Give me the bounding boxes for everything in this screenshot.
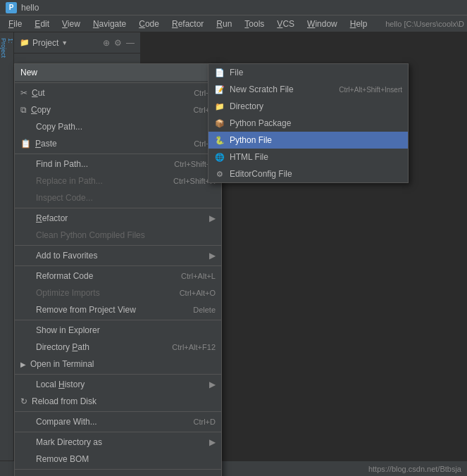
side-project-icon[interactable]: 1: Project xyxy=(1,42,13,54)
editorconfig-icon: ⚙ xyxy=(214,168,225,180)
project-header-icons: ⊕ ⚙ — xyxy=(103,38,135,48)
menu-tools[interactable]: Tools xyxy=(239,18,270,30)
project-icon-minimize[interactable]: — xyxy=(126,38,135,48)
ctx-refactor-label: Refactor xyxy=(36,213,206,223)
ctx-inspect-label: Inspect Code... xyxy=(36,193,216,203)
sub-html-file[interactable]: 🌐 HTML File xyxy=(208,149,408,165)
sub-directory[interactable]: 📁 Directory xyxy=(208,98,408,115)
ctx-reload[interactable]: ↻ Reload from Disk xyxy=(15,393,221,410)
ctx-compare[interactable]: Compare With... Ctrl+D xyxy=(15,413,221,430)
copy-icon: ⧉ xyxy=(20,105,27,115)
ctx-explorer[interactable]: Show in Explorer xyxy=(15,322,221,339)
ctx-clean-label: Clean Python Compiled Files xyxy=(36,230,216,240)
sub-scratch[interactable]: 📝 New Scratch File Ctrl+Alt+Shift+Insert xyxy=(208,81,408,98)
menu-vcs[interactable]: VCS xyxy=(271,18,300,30)
ctx-replace-path[interactable]: Replace in Path... Ctrl+Shift+R xyxy=(15,173,221,189)
ctx-replace-path-label: Replace in Path... xyxy=(36,176,173,186)
sub-scratch-label: New Scratch File xyxy=(230,84,339,94)
ctx-optimize[interactable]: Optimize Imports Ctrl+Alt+O xyxy=(15,284,221,301)
ctx-sep-1 xyxy=(15,82,221,83)
ctx-new-label: New xyxy=(20,68,206,77)
ctx-reformat-shortcut: Ctrl+Alt+L xyxy=(181,272,216,280)
sub-scratch-shortcut: Ctrl+Alt+Shift+Insert xyxy=(339,86,402,94)
ctx-remove-view-shortcut: Delete xyxy=(193,306,216,314)
ctx-dir-path-label: Directory Path xyxy=(36,342,172,352)
ctx-find-path-label: Find in Path... xyxy=(36,159,174,169)
ctx-find-path[interactable]: Find in Path... Ctrl+Shift+F xyxy=(15,156,221,173)
menu-code[interactable]: Code xyxy=(133,18,165,30)
sub-file-label: File xyxy=(230,68,402,77)
ctx-new[interactable]: New ▶ xyxy=(15,64,221,81)
title-text: hello xyxy=(21,3,39,13)
ctx-favorites-arrow: ▶ xyxy=(209,251,216,261)
ctx-inspect[interactable]: Inspect Code... xyxy=(15,189,221,206)
ctx-sep-9 xyxy=(15,432,221,432)
ctx-local-history-label: Local History xyxy=(36,380,206,389)
ctx-reformat[interactable]: Reformat Code Ctrl+Alt+L xyxy=(15,268,221,284)
context-menu: New ▶ ✂ Cut Ctrl+X ⧉ Copy Ctrl+C Copy Pa… xyxy=(14,63,222,476)
ctx-copy-path-label: Copy Path... xyxy=(36,122,216,132)
ctx-dir-path-shortcut: Ctrl+Alt+F12 xyxy=(172,343,216,351)
menu-refactor[interactable]: Refactor xyxy=(166,18,209,30)
side-panel: 1: Project xyxy=(0,32,14,476)
ctx-terminal-label: Open in Terminal xyxy=(30,359,216,369)
project-icon-globe[interactable]: ⊕ xyxy=(103,38,110,48)
ctx-paste[interactable]: 📋 Paste Ctrl+V xyxy=(15,135,221,152)
ctx-create-gist[interactable]: ⚙ Create Gist... xyxy=(15,471,221,476)
menu-edit[interactable]: Edit xyxy=(29,18,55,30)
ctx-cut[interactable]: ✂ Cut Ctrl+X xyxy=(15,84,221,101)
ctx-reload-label: Reload from Disk xyxy=(32,396,216,406)
ctx-copy-path[interactable]: Copy Path... xyxy=(15,118,221,135)
ctx-sep-2 xyxy=(15,154,221,154)
ctx-remove-bom-label: Remove BOM xyxy=(36,454,216,464)
ctx-explorer-label: Show in Explorer xyxy=(36,325,216,335)
menu-view[interactable]: View xyxy=(56,18,86,30)
python-package-icon: 📦 xyxy=(214,118,225,129)
ctx-compare-label: Compare With... xyxy=(36,417,194,427)
ctx-terminal[interactable]: ▶ Open in Terminal xyxy=(15,356,221,372)
ctx-remove-view[interactable]: Remove from Project View Delete xyxy=(15,301,221,318)
status-url: https://blog.csdn.net/Btbsja xyxy=(368,465,461,473)
ctx-clean[interactable]: Clean Python Compiled Files xyxy=(15,227,221,244)
ctx-compare-shortcut: Ctrl+D xyxy=(194,418,216,426)
sub-editorconfig-label: EditorConfig File xyxy=(230,169,402,179)
menu-window[interactable]: Window xyxy=(301,18,343,30)
ctx-optimize-shortcut: Ctrl+Alt+O xyxy=(180,289,216,297)
menu-file[interactable]: File xyxy=(3,18,27,30)
title-bar: P hello xyxy=(0,0,467,15)
sub-html-file-label: HTML File xyxy=(230,152,402,162)
html-file-icon: 🌐 xyxy=(214,151,225,163)
ctx-mark-dir[interactable]: Mark Directory as ▶ xyxy=(15,434,221,451)
ctx-paste-label: Paste xyxy=(35,139,194,149)
sub-python-package[interactable]: 📦 Python Package xyxy=(208,115,408,132)
paste-icon: 📋 xyxy=(20,139,31,149)
ctx-sep-3 xyxy=(15,208,221,208)
project-label: Project xyxy=(32,38,58,48)
ctx-dir-path[interactable]: Directory Path Ctrl+Alt+F12 xyxy=(15,339,221,356)
ctx-favorites[interactable]: Add to Favorites ▶ xyxy=(15,247,221,264)
sub-file[interactable]: 📄 File xyxy=(208,64,408,81)
scratch-icon: 📝 xyxy=(214,84,225,95)
project-dropdown-icon[interactable]: ▼ xyxy=(61,39,68,46)
sub-editorconfig[interactable]: ⚙ EditorConfig File xyxy=(208,165,408,182)
ctx-sep-10 xyxy=(15,469,221,470)
ctx-refactor[interactable]: Refactor ▶ xyxy=(15,210,221,227)
project-header: 📁 Project ▼ ⊕ ⚙ — xyxy=(14,32,140,54)
app-icon: P xyxy=(6,2,17,13)
terminal-icon: ▶ xyxy=(20,361,26,368)
file-icon: 📄 xyxy=(214,67,225,78)
ctx-remove-bom[interactable]: Remove BOM xyxy=(15,451,221,468)
submenu-new: 📄 File 📝 New Scratch File Ctrl+Alt+Shift… xyxy=(208,63,409,183)
menu-help[interactable]: Help xyxy=(344,18,373,30)
project-icon-settings[interactable]: ⚙ xyxy=(114,38,122,48)
dir-icon: 📁 xyxy=(214,101,225,112)
cut-icon: ✂ xyxy=(20,88,27,98)
menu-navigate[interactable]: Navigate xyxy=(87,18,132,30)
reload-icon: ↻ xyxy=(20,396,27,406)
sub-python-file[interactable]: 🐍 Python File xyxy=(208,132,408,149)
menu-run[interactable]: Run xyxy=(211,18,237,30)
ctx-copy[interactable]: ⧉ Copy Ctrl+C xyxy=(15,101,221,118)
ctx-local-history[interactable]: Local History ▶ xyxy=(15,376,221,393)
ctx-favorites-label: Add to Favorites xyxy=(36,251,206,261)
ctx-reformat-label: Reformat Code xyxy=(36,271,181,281)
